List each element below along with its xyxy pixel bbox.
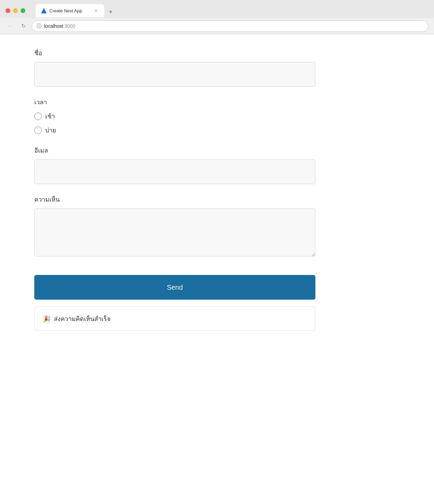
traffic-lights	[5, 8, 25, 13]
success-message: 🎉 ส่งความคิดเห็นสำเร็จ	[34, 307, 315, 331]
time-afternoon-radio[interactable]	[34, 127, 42, 134]
time-label: เวลา	[34, 97, 400, 107]
email-field-group: อีเมล	[34, 145, 400, 184]
time-morning-label: เช้า	[45, 111, 55, 121]
name-label: ชื่อ	[34, 48, 400, 58]
address-port: :3000	[63, 23, 75, 29]
address-bar[interactable]: ⓘ localhost:3000	[32, 20, 429, 32]
tab-favicon-icon	[41, 8, 47, 13]
name-field-group: ชื่อ	[34, 48, 400, 87]
success-emoji: 🎉	[43, 315, 50, 323]
browser-chrome: Create Next App × + ← ↻ ⓘ localhost:3000	[0, 0, 434, 34]
active-tab[interactable]: Create Next App ×	[36, 4, 104, 17]
success-text: ส่งความคิดเห็นสำเร็จ	[54, 314, 111, 324]
time-morning-radio[interactable]	[34, 112, 42, 120]
tab-close-button[interactable]: ×	[93, 8, 99, 13]
email-label: อีเมล	[34, 145, 400, 155]
email-input[interactable]	[34, 159, 315, 184]
send-button[interactable]: Send	[34, 275, 315, 300]
name-input[interactable]	[34, 62, 315, 87]
comment-label: ความเห็น	[34, 194, 400, 204]
comment-field-group: ความเห็น	[34, 194, 400, 258]
time-afternoon-option[interactable]: บ่าย	[34, 125, 400, 135]
minimize-window-button[interactable]	[13, 8, 18, 13]
time-radio-group: เช้า บ่าย	[34, 111, 400, 135]
comment-textarea[interactable]	[34, 208, 315, 256]
tabs-bar: Create Next App × +	[36, 4, 429, 17]
nav-bar: ← ↻ ⓘ localhost:3000	[0, 18, 434, 34]
page-content: ชื่อ เวลา เช้า บ่าย อีเมล ความเห็น Send …	[0, 34, 434, 345]
time-morning-option[interactable]: เช้า	[34, 111, 400, 121]
address-text: localhost:3000	[44, 23, 75, 29]
title-bar: Create Next App × +	[0, 0, 434, 18]
address-host: localhost	[44, 23, 63, 29]
close-window-button[interactable]	[5, 8, 10, 13]
tab-title: Create Next App	[49, 8, 91, 13]
back-button[interactable]: ←	[5, 21, 15, 31]
new-tab-button[interactable]: +	[106, 7, 116, 17]
address-info-icon: ⓘ	[37, 23, 41, 29]
reload-button[interactable]: ↻	[19, 21, 28, 31]
time-afternoon-label: บ่าย	[45, 125, 56, 135]
maximize-window-button[interactable]	[21, 8, 25, 13]
time-field-group: เวลา เช้า บ่าย	[34, 97, 400, 135]
